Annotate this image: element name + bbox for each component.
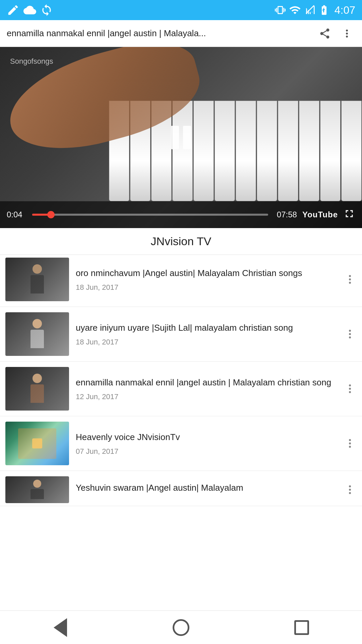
dot <box>349 489 351 491</box>
pause-button[interactable] <box>171 126 191 149</box>
video-thumbnail <box>5 422 69 465</box>
thumb-box <box>32 438 42 448</box>
edit-icon <box>7 4 19 16</box>
list-item[interactable]: oro nminchavum |Angel austin| Malayalam … <box>0 255 362 307</box>
item-more-button[interactable] <box>343 330 357 338</box>
home-button[interactable] <box>161 614 201 641</box>
total-time: 07:58 <box>274 210 297 219</box>
home-icon <box>173 619 189 636</box>
back-button[interactable] <box>40 614 80 641</box>
share-icon <box>319 28 331 40</box>
list-item[interactable]: ennamilla nanmakal ennil |angel austin |… <box>0 362 362 416</box>
bottom-nav <box>0 610 362 644</box>
person-silhouette <box>27 264 47 294</box>
video-item-title: uyare iniyum uyare |Sujith Lal| malayala… <box>76 322 337 334</box>
dot <box>349 492 351 494</box>
person-body <box>31 384 44 403</box>
video-controls: 0:04 07:58 YouTube <box>0 201 362 228</box>
dot <box>349 446 351 448</box>
video-item-date: 07 Jun, 2017 <box>76 447 337 456</box>
video-thumbnail <box>5 367 69 411</box>
pause-bar-right <box>183 126 191 149</box>
person-head <box>33 319 42 328</box>
person-head <box>33 264 42 274</box>
video-item-date: 12 Jun, 2017 <box>76 392 337 401</box>
item-more-button[interactable] <box>343 384 357 393</box>
video-watermark: Songofsongs <box>10 57 53 66</box>
dot <box>349 439 351 441</box>
no-signal-icon <box>304 4 315 16</box>
sync-icon <box>40 4 53 16</box>
status-bar-right: 4:07 <box>275 4 355 16</box>
video-player[interactable]: Songofsongs 0:04 07:58 YouTube <box>0 47 362 228</box>
video-info: Yeshuvin swaram |Angel austin| Malayalam <box>76 482 337 498</box>
video-info: Heavenly voice JNvisionTv 07 Jun, 2017 <box>76 431 337 456</box>
vibrate-icon <box>275 4 286 16</box>
video-thumbnail <box>5 312 69 356</box>
current-time: 0:04 <box>7 210 27 219</box>
dot <box>349 388 351 390</box>
thumb-bg <box>5 312 69 356</box>
pause-bar-left <box>171 126 179 149</box>
dot <box>349 333 351 335</box>
video-item-title: oro nminchavum |Angel austin| Malayalam … <box>76 267 337 279</box>
video-item-title: Heavenly voice JNvisionTv <box>76 431 337 443</box>
battery-icon <box>318 4 330 16</box>
person-body <box>31 489 44 499</box>
progress-bar[interactable] <box>32 214 268 216</box>
dot <box>349 391 351 393</box>
more-vert-icon <box>341 28 353 40</box>
person-head <box>33 374 42 383</box>
progress-row: 0:04 07:58 YouTube <box>7 208 355 222</box>
item-more-button[interactable] <box>343 275 357 284</box>
status-time: 4:07 <box>335 4 355 16</box>
video-header: ennamilla nanmakal ennil |angel austin |… <box>0 20 362 47</box>
wifi-icon <box>289 4 301 16</box>
thumb-bg <box>5 422 69 465</box>
status-bar: 4:07 <box>0 0 362 20</box>
person-silhouette <box>27 480 47 500</box>
dot <box>349 278 351 280</box>
person-head <box>33 480 41 488</box>
video-thumbnail <box>5 476 69 503</box>
thumb-bg <box>5 476 69 503</box>
progress-dot <box>47 211 55 218</box>
share-button[interactable] <box>316 25 333 42</box>
dot <box>349 330 351 332</box>
list-item[interactable]: uyare iniyum uyare |Sujith Lal| malayala… <box>0 307 362 362</box>
item-more-button[interactable] <box>343 439 357 448</box>
recent-apps-button[interactable] <box>282 614 322 641</box>
video-info: uyare iniyum uyare |Sujith Lal| malayala… <box>76 322 337 346</box>
video-item-date: 18 Jun, 2017 <box>76 338 337 346</box>
person-body <box>31 275 44 293</box>
channel-title-bar: JNvision TV <box>0 228 362 255</box>
fullscreen-button[interactable] <box>343 208 355 222</box>
channel-title: JNvision TV <box>151 235 212 248</box>
fullscreen-icon <box>343 208 355 220</box>
video-list: oro nminchavum |Angel austin| Malayalam … <box>0 255 362 610</box>
video-thumbnail <box>5 258 69 301</box>
video-info: oro nminchavum |Angel austin| Malayalam … <box>76 267 337 292</box>
more-options-button[interactable] <box>339 25 355 42</box>
back-icon <box>54 618 67 637</box>
video-item-title: ennamilla nanmakal ennil |angel austin |… <box>76 376 337 388</box>
video-header-title: ennamilla nanmakal ennil |angel austin |… <box>7 28 311 39</box>
dot <box>349 442 351 444</box>
dot <box>349 282 351 284</box>
thumb-bg <box>5 258 69 301</box>
video-item-date: 18 Jun, 2017 <box>76 283 337 292</box>
video-item-title: Yeshuvin swaram |Angel austin| Malayalam <box>76 482 337 494</box>
thumb-bg <box>5 367 69 411</box>
dot <box>349 384 351 386</box>
list-item[interactable]: Yeshuvin swaram |Angel austin| Malayalam <box>0 471 362 506</box>
youtube-logo: YouTube <box>302 210 338 219</box>
list-item[interactable]: Heavenly voice JNvisionTv 07 Jun, 2017 <box>0 416 362 471</box>
dot <box>349 336 351 338</box>
person-silhouette <box>27 374 47 404</box>
item-more-button[interactable] <box>343 485 357 494</box>
thumb-content <box>18 428 56 459</box>
recent-icon <box>294 620 309 635</box>
person-silhouette <box>27 319 47 349</box>
person-body <box>31 330 44 348</box>
status-bar-icons-left <box>7 4 53 16</box>
